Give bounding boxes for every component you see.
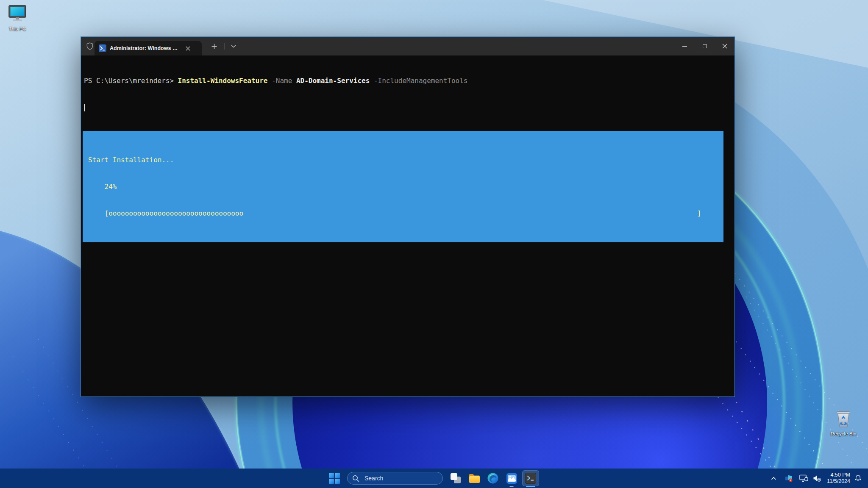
taskbar: Search	[0, 469, 868, 488]
desktop-icon-this-pc[interactable]: This PC	[3, 4, 32, 31]
tray-time: 4:50 PM	[827, 472, 850, 478]
clock[interactable]: 4:50 PM 11/5/2024	[827, 472, 850, 485]
tab-dropdown-button[interactable]	[227, 37, 240, 55]
edge-icon	[487, 473, 498, 484]
ethernet-network-icon	[799, 474, 808, 482]
network-tray-button[interactable]	[798, 474, 809, 482]
terminal-cursor	[84, 104, 85, 111]
photos-running-indicator	[510, 486, 514, 487]
titlebar-divider	[224, 43, 225, 50]
prompt-prefix: PS C:\Users\mreinders>	[84, 77, 178, 85]
maximize-button[interactable]	[695, 37, 715, 55]
progress-panel: Start Installation... 24% [ooooooooooooo…	[83, 131, 723, 242]
server-manager-icon	[785, 474, 793, 482]
progress-percent: 24%	[88, 182, 723, 191]
terminal-titlebar[interactable]: Administrator: Windows PowerShell	[81, 37, 734, 55]
tray-overflow-button[interactable]	[768, 477, 779, 480]
close-icon	[186, 46, 190, 51]
terminal-taskbar-button[interactable]	[521, 469, 540, 488]
notifications-button[interactable]	[853, 474, 863, 482]
plus-icon	[211, 44, 217, 49]
file-explorer-icon	[469, 474, 480, 483]
windows-logo-icon	[329, 473, 340, 484]
search-icon	[352, 475, 359, 482]
file-explorer-button[interactable]	[465, 469, 484, 488]
command-line: PS C:\Users\mreinders> Install-WindowsFe…	[84, 76, 731, 85]
server-manager-tray-button[interactable]	[784, 474, 795, 482]
start-button[interactable]	[326, 469, 343, 488]
terminal-tab[interactable]: Administrator: Windows PowerShell	[95, 41, 202, 55]
desktop-icon-recycle-bin[interactable]: Recycle Bin	[829, 408, 858, 436]
powershell-icon	[99, 44, 106, 52]
terminal-icon	[525, 473, 536, 484]
progress-bar-fill: ooooooooooooooooooooooooooooooooo	[108, 209, 243, 217]
progress-bar: [ooooooooooooooooooooooooooooooooo]	[88, 209, 723, 218]
this-pc-icon	[7, 4, 28, 24]
minimize-button[interactable]	[675, 37, 695, 55]
photos-button[interactable]	[502, 469, 521, 488]
task-view-icon	[450, 473, 461, 484]
speaker-muted-icon	[813, 474, 821, 482]
edge-button[interactable]	[484, 469, 502, 488]
terminal-content[interactable]: PS C:\Users\mreinders> Install-WindowsFe…	[81, 56, 734, 396]
terminal-running-indicator	[526, 486, 535, 487]
bell-icon	[854, 474, 862, 482]
volume-tray-button[interactable]	[812, 474, 823, 482]
minimize-icon	[682, 46, 687, 47]
this-pc-label: This PC	[3, 26, 32, 31]
tray-date: 11/5/2024	[827, 478, 850, 485]
search-box[interactable]: Search	[347, 472, 443, 485]
photos-icon	[506, 473, 517, 484]
task-view-button[interactable]	[446, 469, 465, 488]
close-icon	[722, 44, 727, 49]
tab-title: Administrator: Windows PowerShell	[110, 45, 181, 51]
terminal-window: Administrator: Windows PowerShell	[81, 36, 735, 397]
search-label: Search	[364, 475, 383, 482]
progress-title: Start Installation...	[88, 155, 723, 164]
close-button[interactable]	[715, 37, 734, 55]
recycle-bin-label: Recycle Bin	[829, 431, 858, 436]
command-text: Install-WindowsFeature	[178, 77, 268, 85]
chevron-down-icon	[231, 44, 236, 48]
chevron-up-icon	[771, 477, 776, 480]
admin-shield-icon	[86, 42, 94, 50]
tab-close-button[interactable]	[184, 44, 192, 53]
maximize-icon	[703, 44, 707, 48]
desktop: This PC Recycle Bin	[0, 0, 868, 488]
new-tab-button[interactable]	[206, 37, 222, 55]
recycle-bin-icon	[835, 408, 852, 429]
